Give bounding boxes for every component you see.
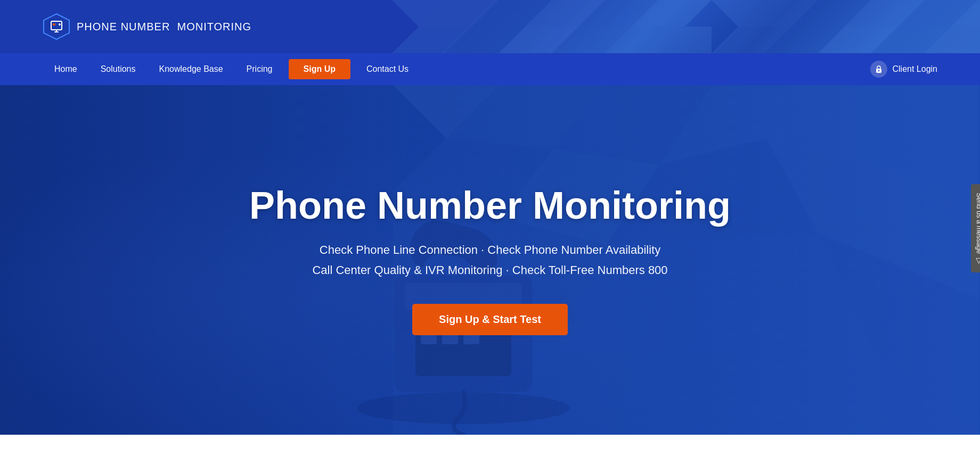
lock-icon (870, 61, 887, 78)
nav-item-home[interactable]: Home (43, 53, 89, 85)
nav-item-pricing[interactable]: Pricing (235, 53, 284, 85)
svg-marker-0 (44, 14, 69, 39)
nav-item-solutions[interactable]: Solutions (89, 53, 148, 85)
client-login-label: Client Login (893, 64, 938, 74)
side-tab-label: Send us a message (976, 193, 980, 254)
logo-text: PHONE NUMBER MONITORING (77, 21, 251, 33)
hero-section: Phone Number Monitoring Check Phone Line… (0, 85, 980, 435)
hero-content: Phone Number Monitoring Check Phone Line… (228, 185, 752, 335)
navbar: Home Solutions Knowledge Base Pricing Si… (0, 53, 980, 85)
side-tab-arrow-icon: ▷ (975, 258, 980, 263)
hero-cta-button[interactable]: Sign Up & Start Test (412, 304, 568, 335)
svg-point-3 (59, 23, 61, 26)
svg-rect-5 (54, 31, 59, 32)
nav-signup-button[interactable]: Sign Up (289, 59, 350, 79)
svg-rect-2 (53, 23, 55, 26)
hero-title: Phone Number Monitoring (249, 185, 731, 227)
hero-subtitle-2: Call Center Quality & IVR Monitoring · C… (249, 263, 731, 277)
logo-icon (43, 13, 70, 40)
nav-links: Home Solutions Knowledge Base Pricing Si… (43, 53, 420, 85)
hero-subtitle-1: Check Phone Line Connection · Check Phon… (249, 243, 731, 257)
side-tab[interactable]: Send us a message ▷ (971, 184, 980, 272)
nav-item-knowledge-base[interactable]: Knowledge Base (148, 53, 235, 85)
client-login-area[interactable]: Client Login (870, 61, 938, 78)
svg-point-7 (878, 70, 879, 71)
top-bar: PHONE NUMBER MONITORING (0, 0, 980, 53)
nav-item-contact-us[interactable]: Contact Us (355, 53, 420, 85)
logo-area[interactable]: PHONE NUMBER MONITORING (43, 13, 251, 40)
